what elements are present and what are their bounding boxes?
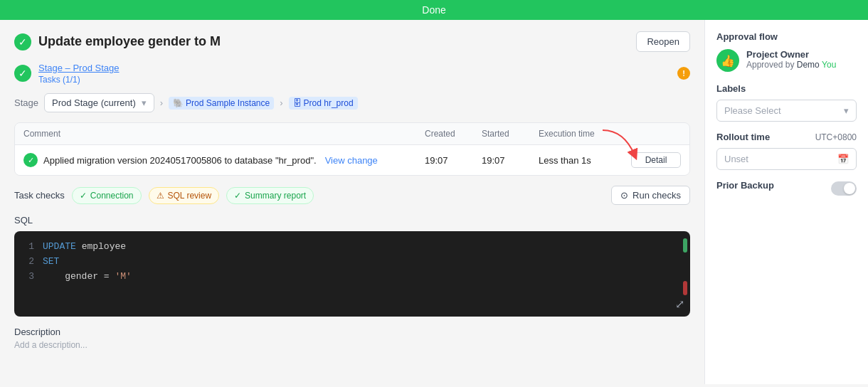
stage-label: Stage [14, 97, 38, 108]
calendar-icon: 📅 [837, 154, 849, 164]
scrollbar-indicator [683, 281, 687, 295]
table-header: Comment Created Started Execution time [15, 123, 689, 145]
reopen-button[interactable]: Reopen [636, 31, 690, 52]
instance-db-icon: 🐘 [173, 98, 184, 108]
rollout-label: Rollout time [716, 132, 770, 142]
stage-link[interactable]: Stage – Prod Stage [38, 63, 119, 73]
approval-sub: Approved by Demo You [746, 60, 836, 70]
row-check-icon: ✓ [23, 153, 38, 167]
approval-demo: Demo [797, 60, 820, 70]
comment-cell: ✓ Applied migration version 202405170058… [23, 153, 425, 167]
chevron-down-icon-labels: ▾ [844, 105, 849, 116]
database-icon: 🗄 [293, 98, 302, 108]
prior-backup-label: Prior Backup [716, 180, 774, 191]
check-icon-connection: ✓ [80, 191, 87, 201]
approval-role: Project Owner [746, 49, 836, 60]
issue-title: Update employee gender to M [38, 34, 221, 49]
labels-select[interactable]: Please Select ▾ [716, 100, 857, 122]
check-connection[interactable]: ✓ Connection [72, 187, 142, 204]
check-icon-summary: ✓ [234, 191, 241, 201]
path-separator-2: › [280, 97, 282, 108]
check-icon: ✓ [14, 33, 31, 51]
scrollbar-top [683, 238, 687, 253]
approval-item: 👍 Project Owner Approved by Demo You [716, 49, 857, 72]
approval-text: Project Owner Approved by Demo You [746, 49, 836, 70]
task-checks-label: Task checks [14, 190, 65, 201]
approval-you: You [822, 60, 836, 70]
check-sql-review[interactable]: ⚠ SQL review [149, 187, 220, 204]
code-block: 1 UPDATE employee 2 SET 3 gender = 'M' ⤢ [14, 231, 690, 317]
chevron-down-icon: ▾ [142, 97, 147, 108]
stage-info: Stage – Prod Stage Tasks (1/1) [38, 62, 670, 85]
refresh-icon: ⊙ [620, 190, 628, 201]
right-panel: Approval flow 👍 Project Owner Approved b… [704, 20, 868, 384]
page-title: ✓ Update employee gender to M [14, 33, 221, 51]
prior-backup-toggle[interactable] [831, 181, 857, 196]
red-arrow [596, 127, 652, 169]
tasks-link[interactable]: Tasks (1/1) [38, 75, 80, 85]
expand-button[interactable]: ⤢ [675, 297, 684, 311]
comment-table: Comment Created Started Execution time ✓… [14, 122, 690, 176]
prior-backup-row: Prior Backup [716, 180, 857, 196]
code-line-1: 1 UPDATE employee [23, 240, 682, 255]
comment-table-wrapper: Comment Created Started Execution time ✓… [14, 122, 690, 176]
left-panel: ✓ Update employee gender to M Reopen ✓ S… [0, 20, 704, 384]
description-hint[interactable]: Add a description... [14, 340, 690, 350]
run-checks-button[interactable]: ⊙ Run checks [611, 186, 690, 205]
instance-badge: 🐘 Prod Sample Instance [169, 97, 274, 110]
stage-check-icon: ✓ [14, 65, 31, 82]
approval-flow-label: Approval flow [716, 31, 857, 42]
approval-avatar: 👍 [716, 49, 739, 72]
done-bar: Done [0, 0, 868, 20]
task-checks-row: Task checks ✓ Connection ⚠ SQL review ✓ … [14, 186, 690, 205]
code-line-3: 3 gender = 'M' [23, 270, 682, 285]
stage-select[interactable]: Prod Stage (current) ▾ [44, 93, 154, 112]
execution-time-cell: Less than 1s [539, 155, 631, 166]
toggle-knob [844, 183, 855, 194]
rollout-tz: UTC+0800 [815, 132, 857, 142]
description-section: Description Add a description... [14, 327, 690, 350]
warning-icon: ! [677, 67, 690, 80]
table-row: ✓ Applied migration version 202405170058… [15, 145, 689, 175]
sql-section: SQL 1 UPDATE employee 2 SET 3 gender = '… [14, 215, 690, 317]
view-change-link[interactable]: View change [325, 155, 378, 166]
rollout-row: Rollout time UTC+0800 [716, 132, 857, 142]
description-label: Description [14, 327, 690, 337]
check-summary-report[interactable]: ✓ Summary report [226, 187, 314, 204]
title-row: ✓ Update employee gender to M Reopen [14, 31, 690, 52]
stage-path-row: Stage Prod Stage (current) ▾ › 🐘 Prod Sa… [14, 93, 690, 112]
warning-icon-sql: ⚠ [157, 191, 164, 201]
sql-label: SQL [14, 215, 690, 226]
code-line-2: 2 SET [23, 255, 682, 270]
labels-section-label: Labels [716, 83, 857, 94]
database-badge: 🗄 Prod hr_prod [289, 97, 358, 110]
stage-section: ✓ Stage – Prod Stage Tasks (1/1) ! [14, 62, 690, 85]
rollout-time-input[interactable]: Unset 📅 [716, 148, 857, 170]
path-separator: › [160, 97, 163, 108]
